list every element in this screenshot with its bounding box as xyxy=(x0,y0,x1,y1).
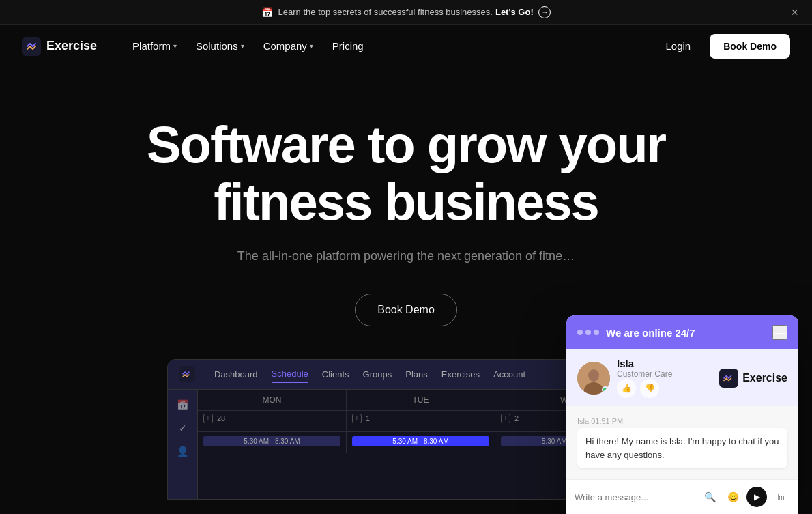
agent-info: Isla Customer Care 👍 👎 xyxy=(577,358,672,398)
logo-icon xyxy=(22,37,41,56)
chat-message-meta: Isla 01:51 PM xyxy=(577,417,787,425)
more-options-icon[interactable]: lm xyxy=(771,487,790,506)
cal-time-mon: 5:30 AM - 8:30 AM xyxy=(198,432,347,453)
app-nav-dashboard[interactable]: Dashboard xyxy=(214,367,258,382)
chat-agent-bar: Isla Customer Care 👍 👎 Exercise xyxy=(566,349,798,406)
app-logo-icon xyxy=(179,366,195,382)
chat-send-button[interactable]: ▶ xyxy=(746,487,767,507)
chat-dot-3 xyxy=(594,330,599,335)
nav-item-platform[interactable]: Platform ▾ xyxy=(124,35,185,57)
svg-rect-0 xyxy=(22,37,41,56)
chat-bubble: Hi there! My name is Isla. I'm happy to … xyxy=(577,428,787,468)
chevron-down-icon: ▾ xyxy=(173,42,177,50)
chevron-down-icon: ▾ xyxy=(241,42,244,50)
chat-messages: Isla 01:51 PM Hi there! My name is Isla.… xyxy=(566,406,798,479)
chat-input-actions: 🔍 😊 ▶ lm xyxy=(700,487,790,507)
cal-cell-tue-add: + 1 xyxy=(347,411,495,431)
book-demo-button-nav[interactable]: Book Demo xyxy=(710,34,790,59)
sidebar-calendar-icon[interactable]: 📅 xyxy=(176,398,190,412)
logo[interactable]: Exercise xyxy=(22,37,97,56)
emoji-icon[interactable]: 😊 xyxy=(723,487,742,506)
app-nav-account[interactable]: Account xyxy=(493,367,525,382)
app-nav-schedule[interactable]: Schedule xyxy=(272,366,308,383)
chat-widget: We are online 24/7 — Isla Customer Care xyxy=(566,315,798,514)
hero-title: Software to grow your fitness business xyxy=(133,116,679,230)
chat-brand-icon xyxy=(719,369,738,388)
chat-header: We are online 24/7 — xyxy=(566,315,798,349)
agent-name: Isla xyxy=(617,358,672,369)
cal-cell-mon-add: + 28 xyxy=(198,411,347,431)
add-event-icon[interactable]: + xyxy=(501,414,510,423)
announcement-close-button[interactable]: × xyxy=(791,6,798,18)
nav-actions: Login Book Demo xyxy=(658,34,791,59)
agent-role: Customer Care xyxy=(617,369,672,379)
app-sidebar: 📅 ✓ 👤 xyxy=(168,390,198,499)
chat-header-left: We are online 24/7 xyxy=(577,327,695,339)
add-event-icon[interactable]: + xyxy=(352,414,362,423)
nav-item-company[interactable]: Company ▾ xyxy=(255,35,321,57)
chat-brand-logo: Exercise xyxy=(719,369,787,388)
announcement-cta[interactable]: Let's Go! → xyxy=(495,6,551,18)
nav-links: Platform ▾ Solutions ▾ Company ▾ Pricing xyxy=(124,35,657,57)
navbar: Exercise Platform ▾ Solutions ▾ Company … xyxy=(0,25,812,68)
chat-minimize-button[interactable]: — xyxy=(772,325,787,340)
chat-brand-name: Exercise xyxy=(742,372,787,384)
chat-dot-2 xyxy=(585,330,591,335)
chat-dots xyxy=(577,330,599,335)
agent-details: Isla Customer Care 👍 👎 xyxy=(617,358,672,398)
chat-dot-1 xyxy=(577,330,583,335)
calendar-icon: 📅 xyxy=(261,7,273,18)
app-nav-groups[interactable]: Groups xyxy=(363,367,392,382)
online-status-indicator xyxy=(602,386,609,393)
thumbs-up-button[interactable]: 👍 xyxy=(617,379,636,398)
announcement-text: Learn the top secrets of successful fitn… xyxy=(278,7,493,17)
cal-day-mon: MON xyxy=(198,390,347,410)
cal-day-tue: TUE xyxy=(347,390,495,410)
agent-avatar xyxy=(577,362,610,395)
thumbs-down-button[interactable]: 👎 xyxy=(640,379,659,398)
add-event-icon[interactable]: + xyxy=(203,414,213,423)
nav-item-solutions[interactable]: Solutions ▾ xyxy=(188,35,252,57)
app-nav-plans[interactable]: Plans xyxy=(405,367,428,382)
nav-item-pricing[interactable]: Pricing xyxy=(324,35,372,57)
chevron-down-icon: ▾ xyxy=(310,42,313,50)
agent-actions: 👍 👎 xyxy=(617,379,672,398)
search-icon[interactable]: 🔍 xyxy=(700,487,719,506)
chat-message-input[interactable] xyxy=(575,492,695,502)
sidebar-users-icon[interactable]: 👤 xyxy=(176,444,190,458)
arrow-circle-icon: → xyxy=(538,6,551,18)
svg-point-3 xyxy=(588,369,599,382)
hero-subtitle: The all-in-one platform powering the nex… xyxy=(201,246,611,266)
app-nav-exercises[interactable]: Exercises xyxy=(441,367,480,382)
chat-title: We are online 24/7 xyxy=(606,327,695,339)
sidebar-check-icon[interactable]: ✓ xyxy=(176,421,190,435)
announcement-bar: 📅 Learn the top secrets of successful fi… xyxy=(0,0,812,25)
app-nav-clients[interactable]: Clients xyxy=(322,367,349,382)
cal-time-tue: 5:30 AM - 8:30 AM xyxy=(347,432,495,453)
chat-input-bar: 🔍 😊 ▶ lm xyxy=(566,479,798,514)
logo-text: Exercise xyxy=(46,39,97,53)
hero-cta-button[interactable]: Book Demo xyxy=(355,294,457,326)
login-button[interactable]: Login xyxy=(658,35,699,57)
